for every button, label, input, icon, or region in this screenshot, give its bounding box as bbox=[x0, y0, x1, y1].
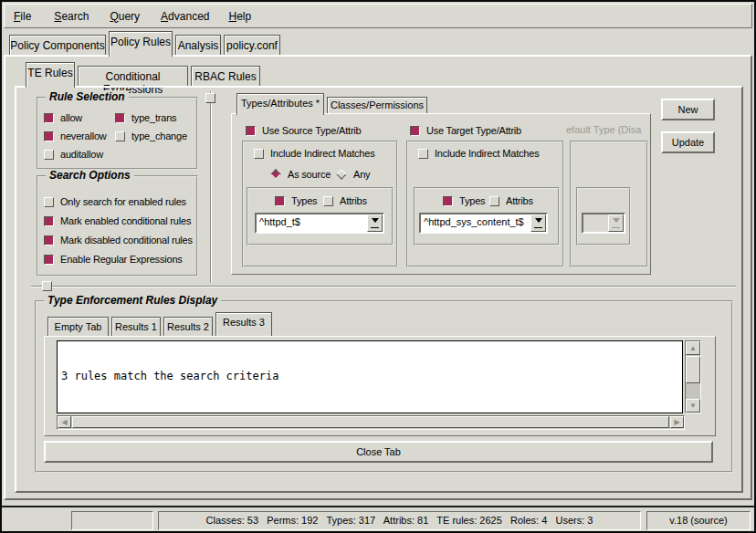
scroll-down-icon[interactable]: ▼ bbox=[686, 399, 700, 413]
auditallow-checkbox-box[interactable] bbox=[44, 150, 54, 160]
allow-checkbox-box[interactable] bbox=[44, 113, 54, 123]
source-attribs-checkbox-box[interactable] bbox=[323, 196, 333, 206]
search-options-title: Search Options bbox=[46, 169, 134, 182]
checkbox-target-attribs[interactable]: Attribs bbox=[489, 194, 533, 207]
type-trans-checkbox-box[interactable] bbox=[115, 113, 125, 123]
checkbox-target-types[interactable]: Types bbox=[443, 194, 485, 207]
update-button[interactable]: Update bbox=[661, 131, 715, 153]
menu-file[interactable]: File bbox=[8, 7, 37, 26]
any-radio-diamond[interactable] bbox=[336, 169, 346, 179]
apol-window: File Search Query Advanced Help Policy C… bbox=[0, 0, 756, 533]
checkbox-source-attribs[interactable]: Attribs bbox=[323, 194, 367, 207]
new-button[interactable]: New bbox=[661, 99, 715, 120]
results-vertical-scrollbar[interactable]: ▲ ▼ bbox=[685, 340, 701, 413]
mark-disabled-checkbox-box[interactable] bbox=[44, 235, 54, 246]
default-combo-arrow-icon bbox=[608, 214, 624, 232]
close-tab-button[interactable]: Close Tab bbox=[44, 441, 713, 463]
tab-conditional-expressions[interactable]: Conditional Expressions bbox=[78, 66, 188, 86]
checkbox-type-trans[interactable]: type_trans bbox=[115, 111, 176, 124]
menu-help[interactable]: Help bbox=[223, 7, 257, 26]
tab-results-1[interactable]: Results 1 bbox=[111, 317, 161, 336]
checkbox-mark-disabled-conditional[interactable]: Mark disabled conditional rules bbox=[44, 234, 193, 246]
neverallow-checkbox-box[interactable] bbox=[44, 131, 54, 141]
scroll-up-icon[interactable]: ▲ bbox=[686, 341, 700, 355]
menu-bar: File Search Query Advanced Help bbox=[4, 4, 752, 28]
status-stats: Classes: 53 Perms: 192 Types: 317 Attrib… bbox=[158, 511, 641, 530]
checkbox-source-indirect[interactable]: Include Indirect Matches bbox=[254, 147, 374, 160]
tab-results-3[interactable]: Results 3 bbox=[215, 312, 272, 336]
use-target-checkbox-box[interactable] bbox=[410, 126, 420, 136]
enable-regex-checkbox-box[interactable] bbox=[44, 255, 54, 265]
source-types-checkbox-box[interactable] bbox=[275, 196, 285, 206]
source-indirect-checkbox-box[interactable] bbox=[254, 149, 264, 159]
default-type-combobox bbox=[582, 213, 625, 234]
rule-selection-title: Rule Selection bbox=[46, 90, 129, 103]
results-summary: 3 rules match the search criteria bbox=[61, 370, 678, 382]
tab-rbac-rules[interactable]: RBAC Rules bbox=[191, 66, 260, 86]
vertical-scroll-thumb[interactable] bbox=[686, 356, 700, 383]
te-rules-display-title: Type Enforcement Rules Display bbox=[44, 294, 221, 307]
tab-analysis[interactable]: Analysis bbox=[175, 35, 221, 55]
menu-query[interactable]: Query bbox=[104, 7, 145, 26]
tab-te-rules[interactable]: TE Rules bbox=[26, 62, 75, 88]
vertical-sash[interactable] bbox=[210, 91, 212, 283]
horizontal-sash[interactable] bbox=[31, 286, 736, 287]
checkbox-use-source[interactable]: Use Source Type/Attrib bbox=[246, 124, 362, 137]
checkbox-neverallow[interactable]: neverallow bbox=[44, 130, 107, 142]
use-source-checkbox-box[interactable] bbox=[246, 126, 256, 136]
tab-empty-tab[interactable]: Empty Tab bbox=[47, 317, 109, 336]
vertical-sash-handle[interactable] bbox=[205, 93, 215, 103]
menu-advanced[interactable]: Advanced bbox=[155, 7, 215, 26]
checkbox-enable-regex[interactable]: Enable Regular Expressions bbox=[44, 253, 183, 266]
target-attribs-checkbox-box[interactable] bbox=[489, 196, 499, 206]
target-indirect-checkbox-box[interactable] bbox=[418, 149, 428, 159]
default-type-label: efault Type (Disa bbox=[566, 124, 648, 137]
target-type-combobox[interactable]: ^httpd_sys_content_t$ bbox=[419, 213, 548, 234]
checkbox-only-enabled-rules[interactable]: Only search for enabled rules bbox=[44, 195, 186, 208]
checkbox-auditallow[interactable]: auditallow bbox=[44, 148, 103, 161]
source-type-combobox[interactable]: ^httpd_t$ bbox=[255, 213, 384, 234]
checkbox-type-change[interactable]: type_change bbox=[115, 130, 187, 142]
tab-results-2[interactable]: Results 2 bbox=[163, 317, 213, 336]
tab-classes-permissions[interactable]: Classes/Permissions bbox=[327, 97, 427, 113]
checkbox-target-indirect[interactable]: Include Indirect Matches bbox=[418, 147, 539, 160]
checkbox-source-types[interactable]: Types bbox=[275, 194, 317, 207]
radio-as-source[interactable]: As source bbox=[270, 168, 331, 181]
results-horizontal-scrollbar[interactable]: ◀ ▶ bbox=[57, 415, 685, 430]
checkbox-use-target[interactable]: Use Target Type/Attrib bbox=[410, 124, 521, 137]
results-text-area[interactable]: 3 rules match the search criteria (5822)… bbox=[57, 340, 683, 413]
radio-any[interactable]: Any bbox=[336, 168, 370, 181]
status-empty-box bbox=[71, 511, 153, 530]
type-change-checkbox-box[interactable] bbox=[115, 131, 125, 141]
target-types-checkbox-box[interactable] bbox=[443, 196, 453, 206]
as-source-radio-diamond[interactable] bbox=[270, 169, 280, 179]
tab-policy-conf[interactable]: policy.conf bbox=[224, 35, 280, 55]
tab-types-attributes[interactable]: Types/Attributes * bbox=[236, 93, 324, 115]
tab-policy-rules[interactable]: Policy Rules bbox=[109, 31, 173, 57]
checkbox-allow[interactable]: allow bbox=[44, 111, 82, 124]
status-version: v.18 (source) bbox=[646, 511, 751, 530]
source-combo-arrow-icon[interactable] bbox=[367, 214, 383, 232]
mark-enabled-checkbox-box[interactable] bbox=[44, 216, 54, 226]
statusbar-separator bbox=[2, 506, 754, 507]
menu-search[interactable]: Search bbox=[48, 7, 94, 26]
scroll-right-icon[interactable]: ▶ bbox=[670, 416, 684, 428]
horizontal-sash-handle[interactable] bbox=[42, 281, 52, 291]
target-combo-arrow-icon[interactable] bbox=[530, 214, 546, 232]
checkbox-mark-enabled-conditional[interactable]: Mark enabled conditional rules bbox=[44, 214, 191, 227]
scroll-left-icon[interactable]: ◀ bbox=[58, 416, 71, 428]
horizontal-scroll-thumb[interactable] bbox=[72, 416, 669, 428]
only-enabled-checkbox-box[interactable] bbox=[44, 197, 54, 207]
tab-policy-components[interactable]: Policy Components bbox=[9, 35, 106, 55]
